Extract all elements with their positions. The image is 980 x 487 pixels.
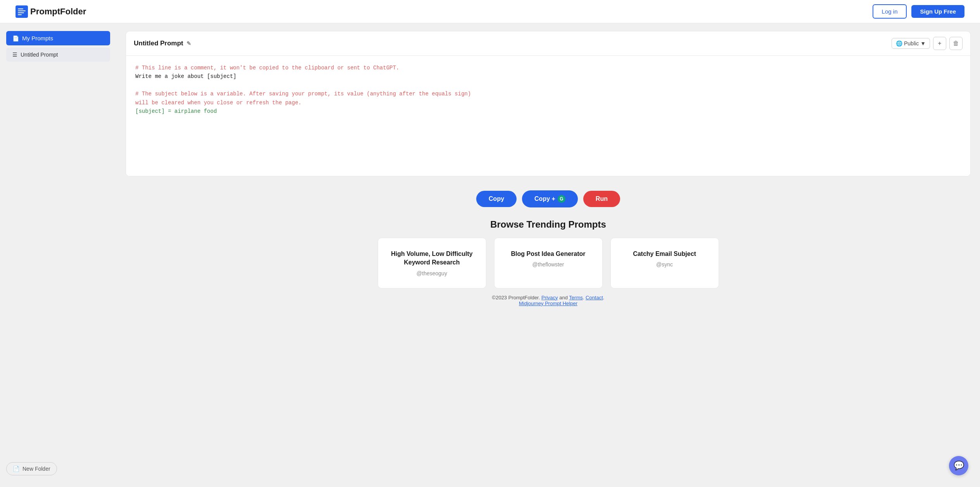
sidebar-item-untitled-prompt[interactable]: ☰ Untitled Prompt (6, 48, 110, 62)
chatgpt-icon: G (558, 195, 565, 203)
logo-text: PromptFolder (30, 7, 86, 17)
prompt-card-header: Untitled Prompt ✎ 🌐 Public ▼ + 🗑 (126, 31, 970, 56)
trending-title: Browse Trending Prompts (126, 219, 971, 230)
editor-line-6: [subject] = airplane food (135, 107, 961, 116)
footer-privacy-link[interactable]: Privacy (541, 295, 558, 300)
svg-rect-0 (16, 5, 28, 18)
trending-card-author-2: @sync (619, 261, 711, 268)
editor-line-3 (135, 81, 961, 90)
folder-icon: 📄 (12, 35, 19, 41)
svg-rect-4 (18, 14, 22, 15)
logo[interactable]: PromptFolder (16, 5, 86, 18)
prompt-action-bar: Copy Copy + G Run (126, 184, 971, 215)
trending-card-2[interactable]: Catchy Email Subject @sync (610, 238, 719, 288)
trending-card-author-1: @theflowster (502, 261, 595, 268)
prompt-editor[interactable]: # This line is a comment, it won't be co… (126, 56, 970, 176)
footer-midjourney-link[interactable]: Midjourney Prompt Helper (519, 300, 577, 306)
prompt-card: Untitled Prompt ✎ 🌐 Public ▼ + 🗑 (126, 31, 971, 176)
chat-bubble[interactable]: 💬 (949, 456, 968, 475)
copy-chatgpt-button[interactable]: Copy + G (522, 190, 578, 207)
main-layout: 📄 My Prompts ☰ Untitled Prompt 📄 New Fol… (0, 23, 980, 487)
copy-button[interactable]: Copy (476, 191, 517, 207)
footer-terms-link[interactable]: Terms (569, 295, 582, 300)
sidebar-item-my-prompts[interactable]: 📄 My Prompts (6, 31, 110, 45)
header: PromptFolder Log in Sign Up Free (0, 0, 980, 23)
svg-rect-3 (18, 12, 24, 13)
footer-and: and (559, 295, 568, 300)
new-folder-button[interactable]: 📄 New Folder (6, 462, 57, 475)
editor-line-4: # The subject below is a variable. After… (135, 90, 961, 98)
logo-icon (16, 5, 28, 18)
new-folder-icon: 📄 (13, 466, 19, 472)
trending-card-0[interactable]: High Volume, Low Difficulty Keyword Rese… (378, 238, 486, 288)
signup-button[interactable]: Sign Up Free (911, 5, 964, 18)
visibility-select[interactable]: 🌐 Public ▼ (892, 38, 930, 49)
header-actions: Log in Sign Up Free (873, 4, 964, 19)
trash-icon: 🗑 (953, 40, 959, 47)
editor-line-5: will be cleared when you close or refres… (135, 98, 961, 107)
delete-button[interactable]: 🗑 (949, 37, 963, 50)
plus-icon: + (938, 40, 941, 47)
add-action-button[interactable]: + (933, 37, 946, 50)
sidebar: 📄 My Prompts ☰ Untitled Prompt 📄 New Fol… (0, 23, 116, 487)
prompt-card-actions: 🌐 Public ▼ + 🗑 (892, 37, 963, 50)
globe-icon: 🌐 (896, 40, 902, 47)
main-content: Untitled Prompt ✎ 🌐 Public ▼ + 🗑 (116, 23, 980, 487)
editor-line-1: # This line is a comment, it won't be co… (135, 64, 961, 72)
trending-cards: High Volume, Low Difficulty Keyword Rese… (126, 238, 971, 288)
trending-section: Browse Trending Prompts High Volume, Low… (126, 219, 971, 288)
trending-card-1[interactable]: Blog Post Idea Generator @theflowster (494, 238, 603, 288)
footer: ©2023 PromptFolder. Privacy and Terms. C… (126, 288, 971, 309)
run-button[interactable]: Run (583, 191, 620, 207)
svg-rect-2 (18, 10, 26, 11)
prompt-title: Untitled Prompt ✎ (134, 40, 191, 47)
login-button[interactable]: Log in (873, 4, 907, 19)
trending-card-author-0: @theseoguy (386, 270, 478, 276)
edit-icon[interactable]: ✎ (187, 40, 191, 47)
trending-card-title-1: Blog Post Idea Generator (502, 250, 595, 258)
sidebar-top: 📄 My Prompts ☰ Untitled Prompt (6, 31, 110, 64)
trending-card-title-0: High Volume, Low Difficulty Keyword Rese… (386, 250, 478, 267)
chevron-down-icon: ▼ (920, 40, 926, 47)
editor-line-2: Write me a joke about [subject] (135, 72, 961, 81)
footer-copyright: ©2023 PromptFolder. (492, 295, 540, 300)
footer-contact-link[interactable]: Contact (586, 295, 603, 300)
trending-card-title-2: Catchy Email Subject (619, 250, 711, 258)
svg-rect-1 (18, 9, 23, 9)
sidebar-bottom: 📄 New Folder (6, 462, 110, 479)
chat-icon: 💬 (954, 461, 964, 471)
document-icon: ☰ (12, 52, 17, 58)
